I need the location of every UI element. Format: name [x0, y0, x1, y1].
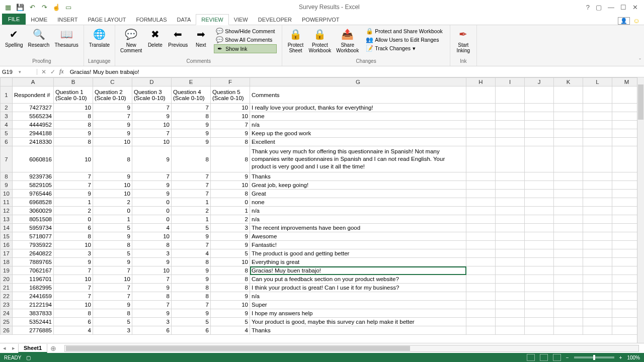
next-comment-button[interactable]: ➡Next	[191, 26, 211, 49]
cell[interactable]: 9	[132, 190, 172, 198]
cell[interactable]: 9765446	[13, 190, 54, 198]
row-header[interactable]: 25	[1, 318, 13, 326]
cell[interactable]: 10	[211, 112, 250, 121]
cell[interactable]: 9	[211, 232, 250, 241]
cell[interactable]: 8	[211, 190, 250, 198]
vertical-scrollbar[interactable]	[637, 77, 644, 343]
row-header[interactable]: 6	[1, 138, 13, 146]
cell[interactable]: 7427327	[13, 104, 54, 112]
cell[interactable]: 2944188	[13, 129, 54, 138]
cell[interactable]: 5565234	[13, 112, 54, 121]
macro-record-icon[interactable]: ▢	[26, 355, 31, 360]
tab-formulas[interactable]: FORMULAS	[131, 15, 172, 25]
zoom-in-button[interactable]: +	[619, 355, 622, 360]
track-changes-button[interactable]: 📝Track Changes ▾	[364, 44, 445, 52]
cell[interactable]: 10	[54, 104, 93, 112]
cell[interactable]: 0	[54, 215, 93, 224]
col-header-I[interactable]: I	[496, 78, 525, 86]
cell[interactable]: 7	[132, 172, 172, 181]
cell[interactable]: 6	[54, 318, 93, 326]
cell[interactable]: 9	[132, 112, 172, 121]
cell[interactable]: 10	[132, 121, 172, 129]
cell[interactable]: 7	[172, 190, 211, 198]
row-header[interactable]: 10	[1, 190, 13, 198]
row-header[interactable]: 24	[1, 309, 13, 318]
cell[interactable]: 1	[172, 215, 211, 224]
row-header[interactable]: 22	[1, 292, 13, 301]
cell-comment[interactable]: Can you put a feedback section on your p…	[250, 275, 466, 284]
cell[interactable]: 10	[211, 181, 250, 190]
cell[interactable]: 10	[132, 232, 172, 241]
allow-edit-button[interactable]: 👥Allow Users to Edit Ranges	[364, 36, 445, 44]
calendar-icon[interactable]: ▭	[64, 3, 72, 11]
cell[interactable]: 9	[211, 309, 250, 318]
cell[interactable]: 6	[132, 326, 172, 335]
cell[interactable]: 5352441	[13, 318, 54, 326]
cell-comment[interactable]: Awesome	[250, 232, 466, 241]
cell[interactable]: 9	[211, 172, 250, 181]
cell[interactable]: 9	[132, 309, 172, 318]
redo-icon[interactable]: ↷	[40, 3, 48, 11]
cell-comment[interactable]: Your product is good, maybe this survey …	[250, 318, 466, 326]
cell[interactable]: 3	[132, 318, 172, 326]
show-hide-comment-button[interactable]: 💬Show/Hide Comment	[214, 27, 277, 35]
cell[interactable]: 9	[172, 266, 211, 275]
cell-comment[interactable]: Keep up the good work	[250, 129, 466, 138]
tab-insert[interactable]: INSERT	[52, 15, 83, 25]
translate-button[interactable]: 🌐Translate	[87, 26, 112, 49]
cell[interactable]: 2	[172, 207, 211, 215]
row-header[interactable]: 13	[1, 215, 13, 224]
spelling-button[interactable]: ✔Spelling	[3, 26, 25, 49]
cell[interactable]: 5829105	[13, 181, 54, 190]
cell[interactable]: 7	[172, 301, 211, 309]
cell[interactable]: 9	[54, 190, 93, 198]
cell[interactable]: 7	[54, 181, 93, 190]
cell[interactable]: 4	[211, 326, 250, 335]
cell[interactable]: 7	[132, 129, 172, 138]
col-header-C[interactable]: C	[93, 78, 132, 86]
cell-comment[interactable]: Great	[250, 190, 466, 198]
zoom-slider[interactable]	[574, 356, 614, 358]
cell[interactable]: 9	[54, 129, 93, 138]
cell[interactable]: 7889765	[13, 258, 54, 266]
cell[interactable]: 8	[211, 275, 250, 284]
cell[interactable]: 7	[93, 266, 132, 275]
cell[interactable]: 1	[211, 207, 250, 215]
cell-comment[interactable]: none	[250, 198, 466, 207]
cell[interactable]: 7	[211, 121, 250, 129]
zoom-level[interactable]: 100%	[627, 355, 640, 360]
tab-powerpivot[interactable]: POWERPIVOT	[297, 15, 345, 25]
collapse-ribbon-icon[interactable]: ˇ	[639, 58, 641, 64]
spreadsheet-grid[interactable]: ABCDEFGHIJKLM 1Respondent #Question 1(Sc…	[0, 77, 644, 343]
name-box[interactable]: G19▾	[0, 69, 37, 75]
cell[interactable]: 4	[54, 326, 93, 335]
zoom-out-button[interactable]: −	[566, 355, 569, 360]
cell[interactable]: 7	[172, 241, 211, 249]
cell[interactable]: 5	[93, 249, 132, 258]
previous-comment-button[interactable]: ⬅Previous	[166, 26, 190, 49]
smiley-icon[interactable]: ☺	[633, 17, 640, 25]
cell[interactable]: 2	[93, 198, 132, 207]
fx-icon[interactable]: fx	[59, 68, 64, 75]
cell[interactable]: 3	[54, 249, 93, 258]
cell[interactable]: 0	[132, 207, 172, 215]
row-header[interactable]: 12	[1, 207, 13, 215]
row-header[interactable]: 11	[1, 198, 13, 207]
cell[interactable]: 5	[93, 318, 132, 326]
cell[interactable]: 5	[93, 224, 132, 232]
row-header[interactable]: 21	[1, 284, 13, 292]
cell[interactable]: 9	[93, 232, 132, 241]
cell[interactable]: 0	[132, 215, 172, 224]
cell[interactable]: 8	[211, 284, 250, 292]
row-header[interactable]: 18	[1, 258, 13, 266]
cell[interactable]: 9	[211, 292, 250, 301]
cell[interactable]: 7	[172, 172, 211, 181]
row-header[interactable]: 23	[1, 301, 13, 309]
row-header[interactable]: 14	[1, 224, 13, 232]
header-cell[interactable]: Comments	[250, 86, 466, 104]
sheet-tab-sheet1[interactable]: Sheet1	[18, 344, 47, 353]
cell[interactable]: 3	[132, 249, 172, 258]
account-icon[interactable]: 👤	[618, 17, 630, 25]
row-header[interactable]: 9	[1, 181, 13, 190]
cell[interactable]: 8	[211, 266, 250, 275]
